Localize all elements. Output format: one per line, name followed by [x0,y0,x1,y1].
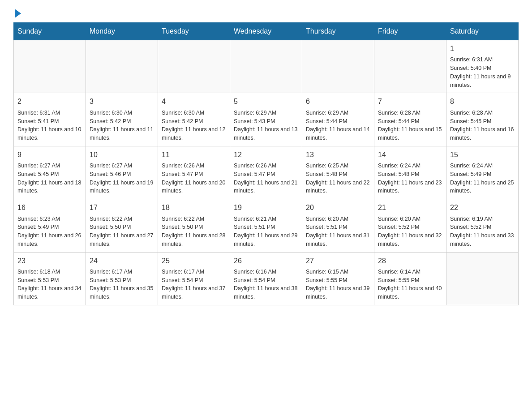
day-info: Sunrise: 6:23 AM Sunset: 5:49 PM Dayligh… [17,215,82,248]
day-info: Sunrise: 6:29 AM Sunset: 5:43 PM Dayligh… [234,109,298,142]
calendar-week-row: 23Sunrise: 6:18 AM Sunset: 5:53 PM Dayli… [14,252,519,305]
day-info: Sunrise: 6:30 AM Sunset: 5:42 PM Dayligh… [162,109,226,142]
day-info: Sunrise: 6:28 AM Sunset: 5:45 PM Dayligh… [450,109,515,142]
calendar-cell: 24Sunrise: 6:17 AM Sunset: 5:53 PM Dayli… [86,252,158,305]
day-info: Sunrise: 6:17 AM Sunset: 5:53 PM Dayligh… [90,268,154,301]
calendar-cell: 1Sunrise: 6:31 AM Sunset: 5:40 PM Daylig… [446,40,519,93]
calendar-cell: 28Sunrise: 6:14 AM Sunset: 5:55 PM Dayli… [374,252,446,305]
day-number: 25 [162,256,226,266]
calendar-week-row: 9Sunrise: 6:27 AM Sunset: 5:45 PM Daylig… [14,146,519,199]
day-info: Sunrise: 6:27 AM Sunset: 5:45 PM Dayligh… [17,162,82,195]
weekday-header-saturday: Saturday [446,23,519,40]
calendar-cell: 15Sunrise: 6:24 AM Sunset: 5:49 PM Dayli… [446,146,519,199]
weekday-header-wednesday: Wednesday [230,23,302,40]
day-number: 11 [162,150,226,160]
calendar-cell [86,40,158,93]
day-number: 8 [450,97,515,107]
calendar-cell [302,40,374,93]
calendar-cell [446,252,519,305]
calendar-cell: 11Sunrise: 6:26 AM Sunset: 5:47 PM Dayli… [158,146,230,199]
calendar-cell [14,40,86,93]
day-number: 1 [450,44,515,54]
day-number: 13 [306,150,370,160]
day-info: Sunrise: 6:26 AM Sunset: 5:47 PM Dayligh… [234,162,298,195]
weekday-header-row: SundayMondayTuesdayWednesdayThursdayFrid… [14,23,519,40]
weekday-header-tuesday: Tuesday [158,23,230,40]
calendar-table: SundayMondayTuesdayWednesdayThursdayFrid… [13,22,519,305]
day-number: 28 [378,256,442,266]
day-number: 24 [90,256,154,266]
day-info: Sunrise: 6:30 AM Sunset: 5:42 PM Dayligh… [90,109,154,142]
calendar-cell: 25Sunrise: 6:17 AM Sunset: 5:54 PM Dayli… [158,252,230,305]
calendar-cell: 4Sunrise: 6:30 AM Sunset: 5:42 PM Daylig… [158,93,230,146]
calendar-cell: 17Sunrise: 6:22 AM Sunset: 5:50 PM Dayli… [86,199,158,252]
calendar-week-row: 1Sunrise: 6:31 AM Sunset: 5:40 PM Daylig… [14,40,519,93]
day-info: Sunrise: 6:14 AM Sunset: 5:55 PM Dayligh… [378,268,442,301]
day-info: Sunrise: 6:24 AM Sunset: 5:48 PM Dayligh… [378,162,442,195]
day-number: 7 [378,97,442,107]
day-info: Sunrise: 6:18 AM Sunset: 5:53 PM Dayligh… [17,268,82,301]
day-info: Sunrise: 6:22 AM Sunset: 5:50 PM Dayligh… [162,215,226,248]
day-number: 15 [450,150,515,160]
calendar-cell [230,40,302,93]
day-info: Sunrise: 6:22 AM Sunset: 5:50 PM Dayligh… [90,215,154,248]
day-info: Sunrise: 6:15 AM Sunset: 5:55 PM Dayligh… [306,268,370,301]
day-info: Sunrise: 6:21 AM Sunset: 5:51 PM Dayligh… [234,215,298,248]
weekday-header-friday: Friday [374,23,446,40]
day-info: Sunrise: 6:26 AM Sunset: 5:47 PM Dayligh… [162,162,226,195]
day-number: 27 [306,256,370,266]
calendar-cell: 14Sunrise: 6:24 AM Sunset: 5:48 PM Dayli… [374,146,446,199]
logo [13,9,21,18]
day-number: 22 [450,203,515,213]
calendar-cell: 21Sunrise: 6:20 AM Sunset: 5:52 PM Dayli… [374,199,446,252]
day-number: 19 [234,203,298,213]
day-number: 18 [162,203,226,213]
day-info: Sunrise: 6:17 AM Sunset: 5:54 PM Dayligh… [162,268,226,301]
day-number: 17 [90,203,154,213]
page-header [13,9,519,18]
calendar-cell [158,40,230,93]
calendar-cell: 22Sunrise: 6:19 AM Sunset: 5:52 PM Dayli… [446,199,519,252]
day-number: 14 [378,150,442,160]
day-info: Sunrise: 6:31 AM Sunset: 5:41 PM Dayligh… [17,109,82,142]
calendar-cell [374,40,446,93]
day-number: 23 [17,256,82,266]
weekday-header-monday: Monday [86,23,158,40]
calendar-cell: 12Sunrise: 6:26 AM Sunset: 5:47 PM Dayli… [230,146,302,199]
calendar-cell: 5Sunrise: 6:29 AM Sunset: 5:43 PM Daylig… [230,93,302,146]
day-info: Sunrise: 6:27 AM Sunset: 5:46 PM Dayligh… [90,162,154,195]
day-info: Sunrise: 6:24 AM Sunset: 5:49 PM Dayligh… [450,162,515,195]
day-number: 16 [17,203,82,213]
day-info: Sunrise: 6:20 AM Sunset: 5:52 PM Dayligh… [378,215,442,248]
day-number: 20 [306,203,370,213]
day-info: Sunrise: 6:28 AM Sunset: 5:44 PM Dayligh… [378,109,442,142]
calendar-cell: 20Sunrise: 6:20 AM Sunset: 5:51 PM Dayli… [302,199,374,252]
day-number: 5 [234,97,298,107]
day-number: 9 [17,150,82,160]
calendar-cell: 9Sunrise: 6:27 AM Sunset: 5:45 PM Daylig… [14,146,86,199]
calendar-cell: 3Sunrise: 6:30 AM Sunset: 5:42 PM Daylig… [86,93,158,146]
day-info: Sunrise: 6:25 AM Sunset: 5:48 PM Dayligh… [306,162,370,195]
day-number: 4 [162,97,226,107]
calendar-cell: 2Sunrise: 6:31 AM Sunset: 5:41 PM Daylig… [14,93,86,146]
day-number: 10 [90,150,154,160]
calendar-cell: 19Sunrise: 6:21 AM Sunset: 5:51 PM Dayli… [230,199,302,252]
day-info: Sunrise: 6:31 AM Sunset: 5:40 PM Dayligh… [450,56,515,89]
calendar-cell: 8Sunrise: 6:28 AM Sunset: 5:45 PM Daylig… [446,93,519,146]
calendar-cell: 26Sunrise: 6:16 AM Sunset: 5:54 PM Dayli… [230,252,302,305]
calendar-cell: 6Sunrise: 6:29 AM Sunset: 5:44 PM Daylig… [302,93,374,146]
day-number: 12 [234,150,298,160]
day-info: Sunrise: 6:20 AM Sunset: 5:51 PM Dayligh… [306,215,370,248]
calendar-week-row: 2Sunrise: 6:31 AM Sunset: 5:41 PM Daylig… [14,93,519,146]
day-info: Sunrise: 6:16 AM Sunset: 5:54 PM Dayligh… [234,268,298,301]
day-number: 26 [234,256,298,266]
day-info: Sunrise: 6:19 AM Sunset: 5:52 PM Dayligh… [450,215,515,248]
day-info: Sunrise: 6:29 AM Sunset: 5:44 PM Dayligh… [306,109,370,142]
calendar-cell: 16Sunrise: 6:23 AM Sunset: 5:49 PM Dayli… [14,199,86,252]
logo-triangle-icon [15,9,21,18]
weekday-header-thursday: Thursday [302,23,374,40]
calendar-cell: 7Sunrise: 6:28 AM Sunset: 5:44 PM Daylig… [374,93,446,146]
weekday-header-sunday: Sunday [14,23,86,40]
calendar-cell: 27Sunrise: 6:15 AM Sunset: 5:55 PM Dayli… [302,252,374,305]
calendar-cell: 23Sunrise: 6:18 AM Sunset: 5:53 PM Dayli… [14,252,86,305]
